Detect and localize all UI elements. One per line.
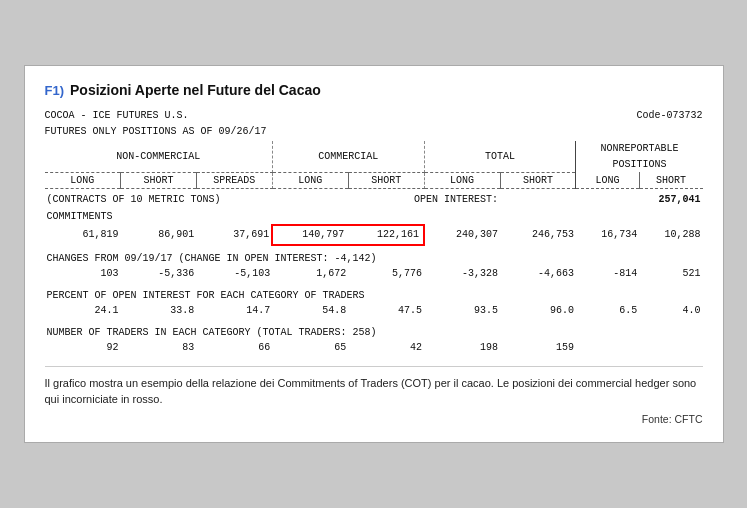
- changes-label-row: CHANGES FROM 09/19/17 (CHANGE IN OPEN IN…: [45, 251, 703, 267]
- pct-c-short: 47.5: [348, 303, 424, 319]
- open-interest-label: OPEN INTEREST:: [348, 189, 500, 208]
- c-short-header: SHORT: [348, 172, 424, 189]
- percent-label: PERCENT OF OPEN INTEREST FOR EACH CATEGO…: [45, 288, 703, 304]
- trd-nc-long: 92: [45, 340, 121, 356]
- pct-t-short: 96.0: [500, 303, 576, 319]
- chg-nr-long: -814: [576, 266, 639, 282]
- nr-long-header: LONG: [576, 172, 639, 189]
- contracts-label: (CONTRACTS OF 10 METRIC TONS): [45, 189, 349, 208]
- changes-data-row: 103 -5,336 -5,103 1,672 5,776 -3,328 -4,…: [45, 266, 703, 282]
- chg-c-long: 1,672: [272, 266, 348, 282]
- traders-data-row: 92 83 66 65 42 198 159: [45, 340, 703, 356]
- pct-nc-spreads: 14.7: [196, 303, 272, 319]
- note-section: Il grafico mostra un esempio della relaz…: [45, 366, 703, 428]
- header-code: Code-073732: [636, 108, 702, 139]
- chg-t-long: -3,328: [424, 266, 500, 282]
- cot-table: NON-COMMERCIAL COMMERCIAL TOTAL NONREPOR…: [45, 141, 703, 356]
- f1-label: F1): [45, 83, 65, 98]
- title-row: F1) Posizioni Aperte nel Future del Caca…: [45, 82, 703, 98]
- chg-c-short: 5,776: [348, 266, 424, 282]
- commitments-label: COMMITMENTS: [45, 208, 703, 226]
- nc-long-header: LONG: [45, 172, 121, 189]
- traders-label: NUMBER OF TRADERS IN EACH CATEGORY (TOTA…: [45, 325, 703, 341]
- chg-nr-short: 521: [639, 266, 702, 282]
- fonte: Fonte: CFTC: [45, 412, 703, 428]
- nc-spreads-header: SPREADS: [196, 172, 272, 189]
- trd-t-long: 198: [424, 340, 500, 356]
- nonreportable-header: NONREPORTABLEPOSITIONS: [576, 141, 703, 172]
- trd-nc-short: 83: [120, 340, 196, 356]
- data-section: COCOA - ICE FUTURES U.S. FUTURES ONLY PO…: [45, 108, 703, 356]
- comm-nc-long: 61,819: [45, 225, 121, 245]
- comm-t-long: 240,307: [424, 225, 500, 245]
- commitments-data-row: 61,819 86,901 37,691 140,797 122,161 240…: [45, 225, 703, 245]
- category-header-row: NON-COMMERCIAL COMMERCIAL TOTAL NONREPOR…: [45, 141, 703, 172]
- header-lines: COCOA - ICE FUTURES U.S. FUTURES ONLY PO…: [45, 108, 267, 139]
- traders-label-row: NUMBER OF TRADERS IN EACH CATEGORY (TOTA…: [45, 325, 703, 341]
- comm-nc-spreads: 37,691: [196, 225, 272, 245]
- nc-short-header: SHORT: [120, 172, 196, 189]
- comm-c-long: 140,797: [272, 225, 348, 245]
- trd-c-short: 42: [348, 340, 424, 356]
- comm-nr-short: 10,288: [639, 225, 702, 245]
- commercial-header: COMMERCIAL: [272, 141, 424, 172]
- pct-t-long: 93.5: [424, 303, 500, 319]
- trd-t-short: 159: [500, 340, 576, 356]
- trd-c-long: 65: [272, 340, 348, 356]
- pct-c-long: 54.8: [272, 303, 348, 319]
- percent-label-row: PERCENT OF OPEN INTEREST FOR EACH CATEGO…: [45, 288, 703, 304]
- t-long-header: LONG: [424, 172, 500, 189]
- col-subheader-row: LONG SHORT SPREADS LONG SHORT LONG SHORT…: [45, 172, 703, 189]
- main-title: Posizioni Aperte nel Future del Cacao: [70, 82, 321, 98]
- pct-nr-short: 4.0: [639, 303, 702, 319]
- comm-nr-long: 16,734: [576, 225, 639, 245]
- comm-c-short: 122,161: [348, 225, 424, 245]
- changes-label: CHANGES FROM 09/19/17 (CHANGE IN OPEN IN…: [45, 251, 703, 267]
- trd-nr-short: [639, 340, 702, 356]
- main-card: F1) Posizioni Aperte nel Future del Caca…: [24, 65, 724, 442]
- t-short-header: SHORT: [500, 172, 576, 189]
- pct-nc-short: 33.8: [120, 303, 196, 319]
- header-line2: FUTURES ONLY POSITIONS AS OF 09/26/17: [45, 124, 267, 140]
- header-line1: COCOA - ICE FUTURES U.S.: [45, 108, 267, 124]
- open-interest-value: 257,041: [500, 189, 702, 208]
- contracts-row: (CONTRACTS OF 10 METRIC TONS) OPEN INTER…: [45, 189, 703, 208]
- trd-nc-spreads: 66: [196, 340, 272, 356]
- pct-nc-long: 24.1: [45, 303, 121, 319]
- nr-short-header: SHORT: [639, 172, 702, 189]
- pct-nr-long: 6.5: [576, 303, 639, 319]
- note-text: Il grafico mostra un esempio della relaz…: [45, 375, 703, 408]
- trd-nr-long: [576, 340, 639, 356]
- chg-nc-spreads: -5,103: [196, 266, 272, 282]
- comm-nc-short: 86,901: [120, 225, 196, 245]
- commitments-label-row: COMMITMENTS: [45, 208, 703, 226]
- chg-nc-long: 103: [45, 266, 121, 282]
- chg-nc-short: -5,336: [120, 266, 196, 282]
- percent-data-row: 24.1 33.8 14.7 54.8 47.5 93.5 96.0 6.5 4…: [45, 303, 703, 319]
- non-commercial-header: NON-COMMERCIAL: [45, 141, 273, 172]
- c-long-header: LONG: [272, 172, 348, 189]
- total-header: TOTAL: [424, 141, 576, 172]
- chg-t-short: -4,663: [500, 266, 576, 282]
- comm-t-short: 246,753: [500, 225, 576, 245]
